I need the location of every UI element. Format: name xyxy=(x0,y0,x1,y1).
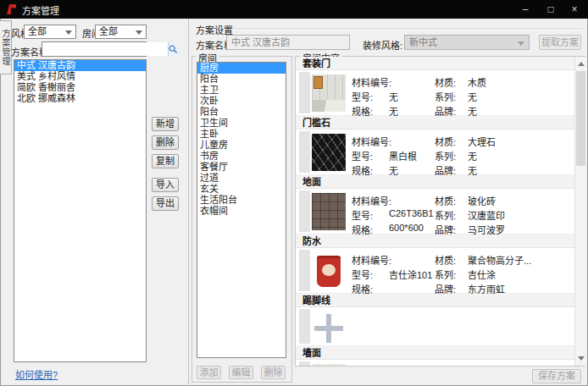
room-add-button[interactable]: 添加 xyxy=(197,366,221,379)
room-item[interactable]: 主卧 xyxy=(197,129,286,140)
scheme-item[interactable]: 美式 乡村风情 xyxy=(14,71,146,82)
save-scheme-button[interactable]: 保存方案 xyxy=(532,369,581,383)
panel-divider xyxy=(188,19,189,386)
room-item[interactable]: 次卧 xyxy=(197,96,286,107)
side-tab-scheme-management[interactable]: 方案管理 xyxy=(0,20,12,74)
chevron-down-icon xyxy=(518,41,524,46)
add-material-icon[interactable] xyxy=(314,314,343,343)
close-icon: × xyxy=(571,3,577,15)
section-title-waterproof: 防水 xyxy=(296,234,574,248)
minimize-icon: – xyxy=(523,3,529,15)
room-item[interactable]: 生活阳台 xyxy=(197,195,286,206)
section-title-threshold: 门槛石 xyxy=(296,116,574,130)
room-item[interactable]: 儿童房 xyxy=(197,140,286,151)
close-button[interactable]: × xyxy=(563,0,586,19)
maximize-icon: □ xyxy=(547,3,553,15)
chevron-down-icon xyxy=(136,30,142,35)
material-card[interactable]: 材料编号:材质:玻化砖 型号:C26T36B1系列:汉唐蓝印 规格:600*60… xyxy=(296,189,574,234)
chevron-down-icon xyxy=(65,30,72,35)
section-title-skirting: 踢脚线 xyxy=(296,294,574,307)
room-listbox: 厨房 阳台 主卫 次卧 阳台 卫生间 主卧 儿童房 书房 客餐厅 过道 玄关 生… xyxy=(197,62,286,358)
delete-scheme-button[interactable]: 删除 xyxy=(152,135,179,150)
card-strip xyxy=(299,309,310,344)
scrollbar-thumb[interactable] xyxy=(576,71,585,166)
scheme-name-search xyxy=(42,41,147,57)
window-title: 方案管理 xyxy=(22,3,59,17)
room-item[interactable]: 卫生间 xyxy=(197,118,286,129)
material-list: 套装门 材料编号:材质:木质 型号:无系列:无 规格:无品牌:无 门槛石 材料编… xyxy=(296,57,574,366)
room-item[interactable]: 书房 xyxy=(197,151,286,162)
import-button[interactable]: 导入 xyxy=(152,178,179,192)
scheme-listbox: 中式 汉唐古韵 美式 乡村风情 简欧 香榭丽舍 北欧 挪威森林 xyxy=(14,59,147,362)
room-item[interactable]: 过道 xyxy=(197,173,286,184)
material-card[interactable]: 材料编号:材质:玻化砖 xyxy=(296,360,574,366)
room-edit-button[interactable]: 编辑 xyxy=(229,366,253,379)
room-item[interactable]: 客餐厅 xyxy=(197,162,286,173)
export-button[interactable]: 导出 xyxy=(152,196,179,211)
scroll-down-icon[interactable] xyxy=(578,356,585,361)
minimize-button[interactable]: – xyxy=(513,0,537,19)
content-scrollbar[interactable] xyxy=(574,57,585,366)
material-card[interactable]: 材料编号:材质:聚合物高分子... 型号:吉仕涂101系列:吉仕涂 规格:品牌:… xyxy=(296,248,574,294)
scheme-item[interactable]: 简欧 香榭丽舍 xyxy=(14,82,146,93)
material-card[interactable]: 材料编号:材质:木质 型号:无系列:无 规格:无品牌:无 xyxy=(296,70,574,116)
style-filter-dropdown[interactable]: 全部 xyxy=(24,25,76,39)
search-button[interactable] xyxy=(168,42,178,56)
section-title-door: 套装门 xyxy=(296,57,574,70)
add-scheme-button[interactable]: 新增 xyxy=(152,117,179,131)
search-icon xyxy=(169,45,178,54)
room-item[interactable]: 阳台 xyxy=(197,74,286,85)
room-delete-button[interactable]: 删除 xyxy=(261,366,286,379)
section-title-floor: 地面 xyxy=(296,175,574,189)
maximize-button[interactable]: □ xyxy=(539,0,563,19)
room-item[interactable]: 玄关 xyxy=(197,184,286,195)
material-card-empty xyxy=(296,307,574,346)
scheme-name-field[interactable]: 中式 汉唐古韵 xyxy=(226,35,350,50)
settings-group-rule xyxy=(232,28,583,29)
extract-scheme-button[interactable]: 提取方案 xyxy=(539,35,581,50)
room-item[interactable]: 衣帽间 xyxy=(197,206,286,217)
material-card[interactable]: 材料编号:材质:大理石 型号:黑白根系列:无 规格:无品牌:无 xyxy=(296,130,574,175)
copy-scheme-button[interactable]: 复制 xyxy=(152,154,179,168)
room-item[interactable]: 厨房 xyxy=(197,63,286,74)
room-item[interactable]: 阳台 xyxy=(197,107,286,118)
title-bar: 方案管理 – □ × xyxy=(0,0,588,19)
decor-style-dropdown[interactable]: 新中式 xyxy=(404,35,530,50)
app-logo-icon xyxy=(7,4,16,14)
section-title-wall: 墙面 xyxy=(296,346,574,360)
room-item[interactable]: 主卫 xyxy=(197,85,286,96)
scheme-name-search-input[interactable] xyxy=(42,42,168,56)
room-filter-dropdown[interactable]: 全部 xyxy=(95,25,147,39)
scheme-item[interactable]: 北欧 挪威森林 xyxy=(14,93,146,104)
how-to-use-link[interactable]: 如何使用? xyxy=(15,367,58,381)
scroll-up-icon[interactable] xyxy=(578,62,585,66)
scheme-item[interactable]: 中式 汉唐古韵 xyxy=(14,60,146,71)
decor-style-label: 装修风格: xyxy=(363,38,402,52)
